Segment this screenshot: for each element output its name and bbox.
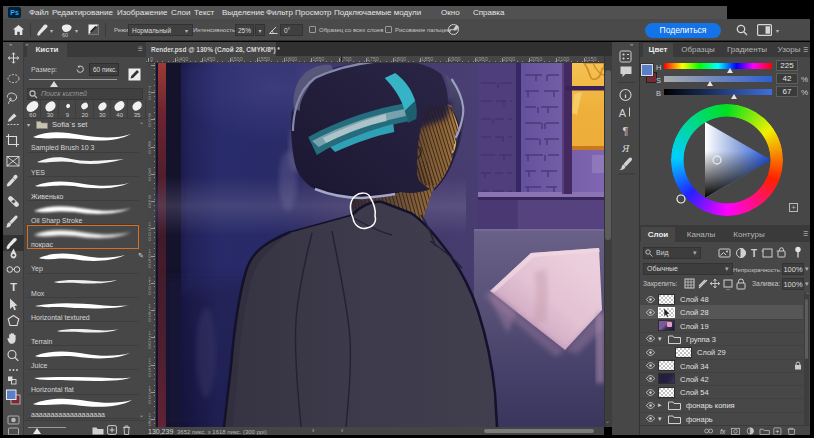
svg-text:T: T — [751, 248, 757, 259]
svg-text:A: A — [619, 107, 627, 119]
svg-text:T: T — [10, 281, 17, 293]
svg-text:Я: Я — [621, 142, 630, 154]
svg-text:fx: fx — [720, 428, 726, 435]
svg-text:¶: ¶ — [623, 125, 629, 137]
